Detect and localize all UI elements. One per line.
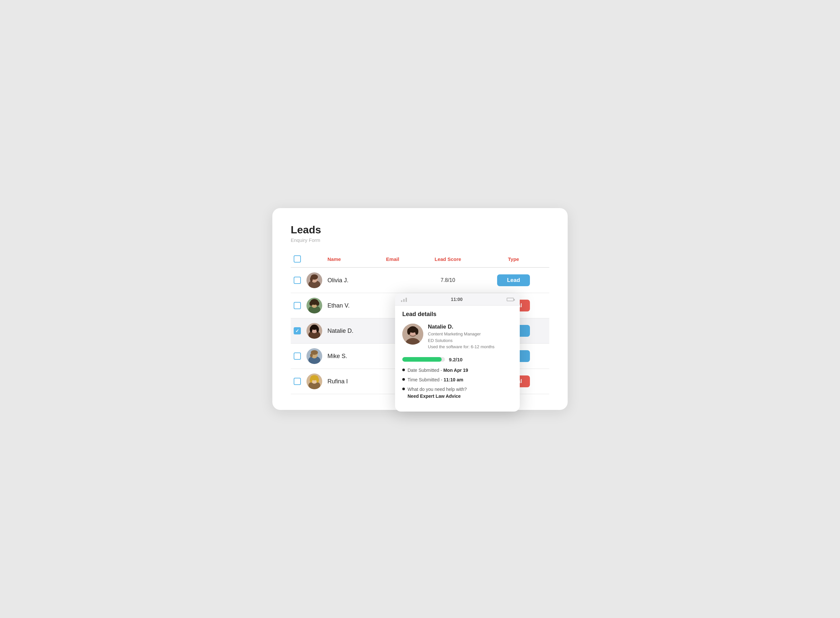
col-checkbox (291, 252, 304, 267)
row-checkbox-cell (291, 369, 304, 394)
svg-point-33 (407, 328, 411, 335)
detail-time: Time Submitted - 11:10 am (402, 376, 512, 383)
row-name: Ethan V. (325, 293, 384, 318)
popup-score-row: 9.2/10 (395, 355, 520, 367)
phone-time: 11:00 (451, 297, 463, 302)
row-checkbox[interactable] (294, 327, 301, 334)
score-bar-fill (402, 357, 442, 362)
popup-card: 11:00 Lead details (395, 293, 520, 412)
popup-phone-bar: 11:00 (395, 293, 520, 306)
popup-score-label: 9.2/10 (449, 357, 463, 362)
avatar (306, 298, 322, 313)
row-avatar-cell (304, 318, 325, 344)
col-type: Type (478, 252, 549, 267)
avatar (306, 272, 322, 288)
svg-point-26 (310, 377, 312, 383)
page-header: Leads Enquiry Form (291, 224, 549, 243)
popup-title: Lead details (395, 306, 520, 322)
popup-profile-info: Natalie D. Content Marketing Manager ED … (428, 324, 494, 350)
select-all-checkbox[interactable] (294, 256, 301, 263)
svg-point-9 (309, 301, 313, 306)
bullet-icon (402, 368, 405, 371)
main-card: Leads Enquiry Form Name Email Lead Score… (272, 208, 568, 410)
svg-point-34 (415, 328, 419, 335)
row-checkbox-cell (291, 344, 304, 369)
svg-point-21 (310, 354, 313, 357)
detail-time-text: Time Submitted - 11:10 am (408, 376, 463, 383)
page-subtitle: Enquiry Form (291, 237, 549, 243)
col-lead-score: Lead Score (418, 252, 478, 267)
type-badge: Lead (497, 274, 530, 286)
svg-point-16 (316, 327, 319, 333)
row-score: 7.8/10 (418, 267, 478, 293)
detail-date: Date Submitted - Mon Apr 19 (402, 367, 512, 374)
row-name: Mike S. (325, 344, 384, 369)
detail-date-text: Date Submitted - Mon Apr 19 (408, 367, 468, 374)
popup-avatar (402, 324, 423, 345)
row-avatar-cell (304, 369, 325, 394)
svg-point-4 (310, 277, 313, 282)
svg-point-15 (310, 327, 312, 333)
row-name: Rufina I (325, 369, 384, 394)
row-avatar-cell (304, 267, 325, 293)
detail-help-text: What do you need help with? Need Expert … (408, 386, 467, 400)
avatar (306, 373, 322, 389)
table-row[interactable]: Olivia J. 7.8/10 Lead (291, 267, 549, 293)
col-email: Email (384, 252, 418, 267)
row-avatar-cell (304, 293, 325, 318)
avatar (306, 323, 322, 339)
bullet-icon (402, 378, 405, 381)
row-type: Lead (478, 267, 549, 293)
row-name: Natalie D. (325, 318, 384, 344)
page-title: Leads (291, 224, 549, 236)
row-email (384, 267, 418, 293)
detail-help: What do you need help with? Need Expert … (402, 386, 512, 400)
col-avatar (304, 252, 325, 267)
row-checkbox-cell (291, 318, 304, 344)
popup-person-role: Content Marketing Manager ED Solutions U… (428, 331, 494, 350)
row-name: Olivia J. (325, 267, 384, 293)
svg-point-10 (316, 301, 319, 306)
col-name: Name (325, 252, 384, 267)
row-checkbox-cell (291, 293, 304, 318)
row-checkbox-cell (291, 267, 304, 293)
row-checkbox[interactable] (294, 378, 301, 385)
score-bar-background (402, 357, 445, 362)
row-checkbox[interactable] (294, 277, 301, 284)
avatar (306, 348, 322, 364)
popup-details: Date Submitted - Mon Apr 19 Time Submitt… (395, 367, 520, 400)
popup-profile: Natalie D. Content Marketing Manager ED … (395, 322, 520, 355)
signal-icon (401, 297, 407, 302)
row-checkbox[interactable] (294, 302, 301, 309)
row-avatar-cell (304, 344, 325, 369)
popup-person-name: Natalie D. (428, 324, 494, 330)
table-header-row: Name Email Lead Score Type (291, 252, 549, 267)
row-checkbox[interactable] (294, 352, 301, 360)
svg-point-27 (316, 377, 319, 383)
battery-icon (507, 298, 514, 301)
bullet-icon (402, 388, 405, 390)
lead-details-popup: 11:00 Lead details (395, 293, 520, 412)
